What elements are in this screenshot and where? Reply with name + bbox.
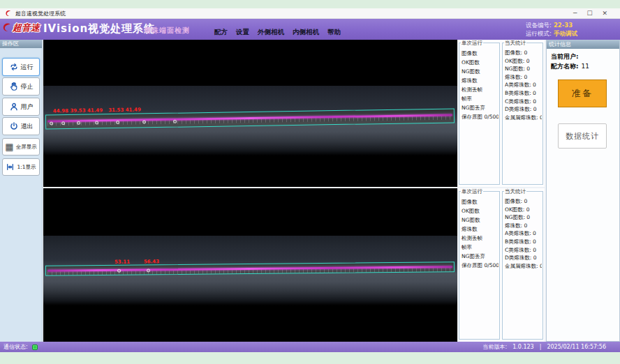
stat-row: A类熔珠数: 0 (505, 81, 542, 89)
stat-row: 图像数: 0 (505, 197, 542, 206)
os-title-bar: 超音速视觉处理系统 ─ ☐ ✕ (0, 8, 620, 19)
camera-view-2: 53.11 56.43 (43, 188, 457, 342)
stat-row: 图像数 (462, 49, 499, 58)
ready-button[interactable]: 准备 (558, 79, 607, 107)
measurement-annotations-1: 44.98 39.53 41.49 31.53 41.49 (53, 107, 141, 114)
camera-view-1: 44.98 39.53 41.49 31.53 41.49 (43, 40, 457, 187)
daily-stats-title: 当天统计 (504, 40, 526, 47)
window-title: 超音速视觉处理系统 (15, 10, 66, 17)
sync-cycle-icon (9, 62, 19, 72)
measurement-annotations-2: 53.11 (115, 259, 130, 265)
annotation-value: 31.53 41.49 (108, 107, 141, 113)
stat-row: OK图数: 0 (505, 57, 542, 66)
exit-button[interactable]: 退出 (2, 117, 40, 135)
stat-row: 帧率 (462, 94, 499, 103)
stat-row: 检测丢帧 (462, 85, 499, 94)
exit-button-label: 退出 (21, 122, 34, 131)
device-no-label: 设备编号: (526, 22, 552, 29)
status-bar: 通信状态: 当前版本: 1.0.123 | 2025/02/11 16:57:5… (0, 342, 620, 352)
stop-button-label: 停止 (21, 82, 34, 91)
stats-panel-2: 单次运行 图像数 OK图数 NG图数 熔珠数 检测丢帧 帧率 NG图丢弃 保存原… (458, 188, 545, 342)
single-run-group: 单次运行 图像数 OK图数 NG图数 熔珠数 检测丢帧 帧率 NG图丢弃 保存原… (459, 191, 500, 340)
stat-row: OK图数 (462, 206, 499, 215)
stat-row: 检测丢帧 (462, 234, 499, 243)
stat-row: A类熔珠数: 0 (505, 229, 542, 238)
recipe-name-row: 配方名称:11 (551, 62, 589, 71)
stat-row: NG图数: 0 (505, 213, 542, 222)
run-button[interactable]: 运行 (2, 58, 40, 76)
stat-row: B类熔珠数: 0 (505, 89, 542, 98)
stat-row: NG图丢弃 (462, 103, 499, 112)
stat-row: C类熔珠数: 0 (505, 98, 542, 106)
stop-hand-icon (9, 82, 19, 91)
current-user-row: 当前用户: (551, 52, 582, 61)
stat-row: 熔珠数: 0 (505, 73, 542, 82)
run-button-label: 运行 (21, 63, 34, 72)
current-user-label: 当前用户: (551, 53, 579, 60)
stat-row: 熔珠数: 0 (505, 222, 542, 230)
one-to-one-button-label: 1:1显示 (17, 164, 36, 171)
menu-outer-camera[interactable]: 外侧相机 (258, 28, 284, 37)
app-subtitle: 熔珠端面检测 (144, 26, 190, 36)
daily-stats-group: 当天统计 图像数: 0 OK图数: 0 NG图数: 0 熔珠数: 0 A类熔珠数… (502, 43, 543, 185)
app-logo-icon (4, 10, 13, 17)
save-image-row: 保存原图 0/500 (462, 261, 499, 270)
annotation-value: 44.98 39.53 41.49 (53, 107, 103, 114)
separator: | (540, 344, 542, 350)
menu-recipe[interactable]: 配方 (214, 28, 228, 37)
maximize-icon[interactable]: ☐ (586, 8, 592, 19)
one-to-one-button[interactable]: 1:1显示 (2, 158, 40, 176)
fullscreen-button[interactable]: ▦ 全屏显示 (2, 138, 40, 156)
menu-settings[interactable]: 设置 (236, 28, 249, 37)
stat-row: 帧率 (462, 243, 499, 252)
recipe-name-label: 配方名称: (551, 63, 579, 70)
stat-row: B类熔珠数: 0 (505, 238, 542, 246)
stats-panel-1: 单次运行 图像数 OK图数 NG图数 熔珠数 检测丢帧 帧率 NG图丢弃 保存原… (458, 40, 545, 187)
power-icon (9, 121, 19, 131)
daily-stats-title: 当天统计 (504, 188, 526, 195)
stat-row: C类熔珠数: 0 (505, 246, 542, 255)
one-to-one-icon (6, 162, 15, 172)
stat-row: 熔珠数 (462, 225, 499, 234)
stat-row: 图像数 (462, 197, 499, 206)
stat-row: 图像数: 0 (505, 49, 542, 57)
device-no-value: 22-33 (554, 22, 573, 29)
statistics-info-panel: 统计信息 当前用户: 配方名称:11 准备 数据统计 (546, 40, 620, 342)
save-image-row: 保存原图 0/500 (462, 112, 499, 121)
app-header: 超音速 IVision视觉处理系统 熔珠端面检测 配方 设置 外侧相机 内侧相机… (0, 19, 620, 40)
stat-row: 熔珠数 (462, 76, 499, 85)
brand-name: 超音速 (13, 22, 40, 34)
minimize-icon[interactable]: ─ (573, 8, 577, 19)
stat-row: D类熔珠数: 0 (505, 105, 542, 114)
application-window: 超音速视觉处理系统 ─ ☐ ✕ 超音速 IVision视觉处理系统 熔珠端面检测… (0, 0, 620, 364)
comm-status-label: 通信状态: (3, 343, 28, 351)
version-label: 当前版本: (482, 343, 507, 351)
stat-row: 金属屑熔珠数: 0 (505, 262, 542, 271)
data-statistics-button[interactable]: 数据统计 (558, 123, 607, 149)
stat-row: OK图数: 0 (505, 206, 542, 214)
app-title: IVision视觉处理系统 (43, 22, 155, 36)
fullscreen-grid-icon: ▦ (5, 142, 13, 151)
stat-row: OK图数 (462, 58, 499, 67)
fullscreen-button-label: 全屏显示 (16, 144, 37, 151)
stat-row: NG图数 (462, 215, 499, 225)
datetime-value: 2025/02/11 16:57:56 (547, 344, 606, 350)
stat-row: NG图数: 0 (505, 65, 542, 73)
daily-stats-group: 当天统计 图像数: 0 OK图数: 0 NG图数: 0 熔珠数: 0 A类熔珠数… (502, 191, 543, 340)
annotation-value: 53.11 (115, 259, 130, 265)
main-menu: 配方 设置 外侧相机 内侧相机 帮助 (214, 28, 341, 37)
close-icon[interactable]: ✕ (602, 8, 607, 19)
device-info: 设备编号:22-33 运行模式:手动调试 (526, 21, 577, 38)
menu-help[interactable]: 帮助 (327, 28, 341, 37)
brand-logo: 超音速 (1, 20, 40, 36)
stat-row: 金属屑熔珠数: 0 (505, 114, 542, 122)
annotation-value: 56.43 (144, 259, 159, 264)
user-button[interactable]: 用户 (2, 98, 40, 116)
single-run-title: 单次运行 (461, 188, 483, 195)
measurement-annotations-2b: 56.43 (144, 259, 159, 264)
stop-button[interactable]: 停止 (2, 77, 40, 96)
menu-inner-camera[interactable]: 内侧相机 (293, 28, 319, 37)
user-icon (9, 102, 19, 112)
operation-sidebar: 操作区 运行 停止 用户 退出 ▦ 全屏显示 1:1显示 (0, 40, 43, 342)
user-button-label: 用户 (21, 103, 34, 112)
